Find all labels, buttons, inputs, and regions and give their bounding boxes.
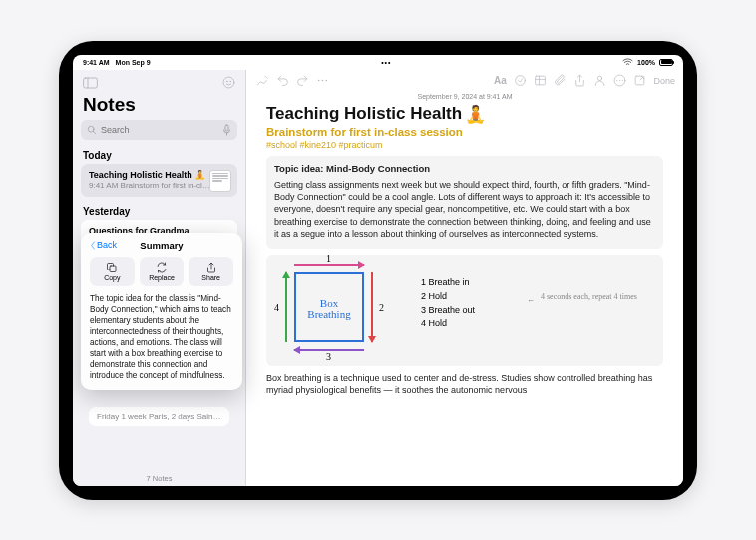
new-note-icon[interactable] — [631, 73, 647, 89]
done-button[interactable]: Done — [653, 76, 675, 86]
section-today: Today — [73, 146, 245, 164]
table-icon[interactable] — [532, 73, 548, 89]
note-editor: Aa Done September 9, 2024 at 9:41 AM Tea… — [246, 70, 683, 486]
note-title: Teaching Holistic Health 🧘 — [89, 170, 229, 180]
replace-label: Replace — [149, 274, 175, 281]
notes-sidebar: Notes Today Teaching Holistic Health 🧘 9… — [73, 70, 246, 486]
svg-rect-0 — [83, 78, 97, 88]
collaborate-icon[interactable] — [591, 73, 607, 89]
arrow-1 — [294, 264, 364, 266]
title-emoji: 🧘 — [465, 104, 486, 125]
num-1: 1 — [326, 253, 331, 264]
svg-rect-8 — [110, 266, 116, 272]
box-breathing-sketch: Box Breathing 1 2 3 4 1 Breathe in — [266, 255, 663, 366]
section-yesterday: Yesterday — [73, 202, 245, 220]
svg-point-16 — [597, 76, 601, 80]
search-icon — [87, 125, 97, 135]
search-input[interactable] — [101, 125, 218, 135]
summary-text: The topic idea for the class is "Mind-Bo… — [90, 293, 233, 382]
undo-icon[interactable] — [274, 73, 290, 89]
battery-percent: 100% — [637, 59, 655, 66]
doc-subtitle: Brainstorm for first in-class session — [266, 126, 663, 138]
note-item-partial[interactable]: Friday 1 week Paris, 2 days Saint-Malo, … — [89, 407, 229, 426]
svg-point-10 — [321, 80, 323, 82]
idea-body: Getting class assignments next week but … — [274, 179, 655, 241]
share-note-icon[interactable] — [571, 73, 587, 89]
sidebar-toggle-icon[interactable] — [81, 74, 99, 92]
num-2: 2 — [379, 302, 384, 313]
app-title: Notes — [73, 92, 245, 120]
screen: 9:41 AM Mon Sep 9 ••• 100% — [73, 55, 683, 486]
box-center-label: Box Breathing — [304, 298, 354, 321]
editor-toolbar: Aa Done — [246, 70, 683, 92]
back-button[interactable]: Back — [90, 240, 117, 250]
redo-icon[interactable] — [294, 73, 310, 89]
closing-paragraph: Box breathing is a technique used to cen… — [266, 372, 663, 397]
svg-point-19 — [619, 80, 620, 81]
battery-icon — [659, 59, 673, 66]
handwriting-icon[interactable] — [254, 73, 270, 89]
side-annotation: 4 seconds each, repeat 4 times — [541, 292, 637, 302]
copy-icon — [106, 262, 118, 273]
multitask-dots[interactable]: ••• — [381, 59, 391, 66]
note-item-teaching-holistic[interactable]: Teaching Holistic Health 🧘 9:41 AM Brain… — [81, 164, 237, 197]
share-button[interactable]: Share — [189, 257, 233, 286]
idea-heading: Topic idea: Mind-Body Connection — [274, 162, 655, 175]
doc-date: September 9, 2024 at 9:41 AM — [266, 93, 663, 100]
ipad-frame: 9:41 AM Mon Sep 9 ••• 100% — [59, 41, 697, 500]
svg-point-18 — [616, 80, 617, 81]
note-meta: Friday 1 week Paris, 2 days Saint-Malo, … — [97, 412, 221, 421]
checklist-icon[interactable] — [512, 73, 528, 89]
ellipsis-circle-icon[interactable] — [611, 73, 627, 89]
svg-point-3 — [226, 81, 227, 82]
doc-tags[interactable]: #school #kine210 #practicum — [266, 140, 663, 150]
note-count: 7 Notes — [73, 474, 245, 483]
svg-rect-7 — [225, 125, 228, 131]
num-4: 4 — [274, 302, 279, 313]
status-time: 9:41 AM — [83, 59, 110, 66]
topic-idea-block: Topic idea: Mind-Body Connection Getting… — [266, 156, 663, 249]
replace-button[interactable]: Replace — [140, 257, 185, 286]
status-bar: 9:41 AM Mon Sep 9 ••• 100% — [73, 55, 683, 70]
svg-point-4 — [229, 81, 230, 82]
popover-title: Summary — [140, 240, 183, 251]
text-format-icon[interactable]: Aa — [492, 73, 508, 89]
copy-button[interactable]: Copy — [90, 257, 135, 286]
svg-point-20 — [622, 80, 623, 81]
doc-title: Teaching Holistic Health🧘 — [266, 104, 663, 125]
arrow-4 — [285, 272, 287, 342]
svg-point-9 — [317, 80, 319, 82]
svg-line-6 — [93, 131, 96, 134]
share-icon — [205, 262, 217, 273]
dictation-icon[interactable] — [222, 124, 231, 136]
note-thumbnail — [209, 170, 231, 192]
svg-point-11 — [325, 80, 327, 82]
replace-icon — [156, 262, 168, 273]
more-icon[interactable] — [314, 73, 330, 89]
arrow-2 — [371, 272, 373, 342]
wifi-icon — [622, 58, 633, 66]
breathing-steps: 1 Breathe in 2 Hold 3 Breathe out 4 Hold — [421, 276, 475, 332]
num-3: 3 — [326, 351, 331, 362]
back-label: Back — [97, 240, 117, 250]
summary-popover: Back Summary Copy Replace — [81, 233, 242, 391]
document-body[interactable]: September 9, 2024 at 9:41 AM Teaching Ho… — [246, 92, 683, 486]
attachment-icon[interactable] — [552, 73, 567, 89]
share-label: Share — [201, 274, 220, 281]
svg-point-2 — [223, 77, 234, 88]
svg-point-12 — [516, 76, 526, 86]
copy-label: Copy — [104, 274, 120, 281]
chevron-left-icon — [90, 241, 96, 250]
status-date: Mon Sep 9 — [116, 59, 151, 66]
search-bar[interactable] — [81, 120, 237, 140]
compose-emoji-icon[interactable] — [219, 74, 237, 92]
svg-rect-13 — [536, 76, 546, 85]
note-meta: 9:41 AM Brainstorm for first in-cl… — [89, 181, 229, 190]
